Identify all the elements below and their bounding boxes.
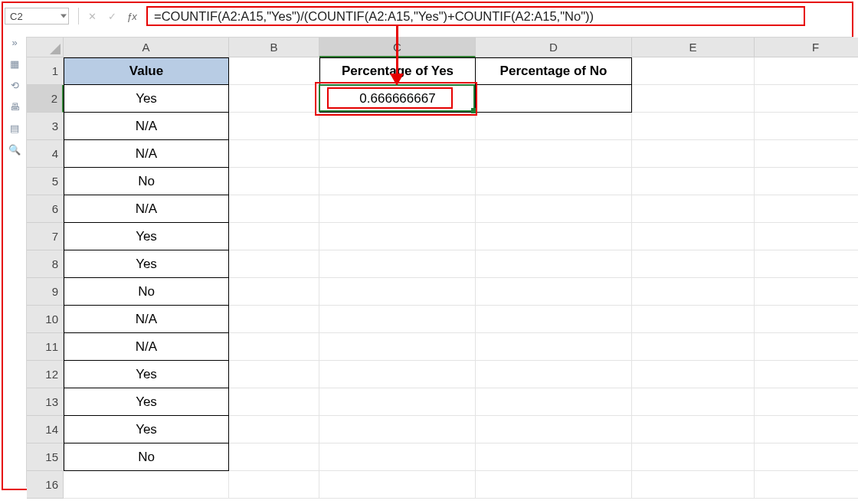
cell-A11[interactable]: N/A	[64, 333, 229, 361]
cell-F12[interactable]	[755, 361, 858, 388]
cell-E10[interactable]	[632, 306, 755, 333]
cell-D4[interactable]	[476, 140, 632, 168]
cell-B14[interactable]	[229, 416, 319, 443]
cell-F3[interactable]	[755, 113, 858, 140]
column-header-A[interactable]: A	[64, 38, 229, 57]
cell-E16[interactable]	[632, 471, 755, 499]
cell-F10[interactable]	[755, 306, 858, 333]
cell-F15[interactable]	[755, 443, 858, 471]
column-header-E[interactable]: E	[632, 38, 755, 57]
grid-icon[interactable]: ▦	[8, 58, 21, 69]
row-header-15[interactable]: 15	[27, 443, 64, 471]
cell-E3[interactable]	[632, 113, 755, 140]
column-header-B[interactable]: B	[229, 38, 319, 57]
cell-E1[interactable]	[632, 57, 755, 85]
cell-D11[interactable]	[476, 333, 632, 361]
cell-E9[interactable]	[632, 278, 755, 306]
header-value[interactable]: Value	[64, 57, 229, 85]
cell-F16[interactable]	[755, 471, 858, 499]
cell-D10[interactable]	[476, 306, 632, 333]
cell-A4[interactable]: N/A	[64, 140, 229, 168]
cell-D13[interactable]	[476, 388, 632, 416]
cell-E12[interactable]	[632, 361, 755, 388]
cell-E7[interactable]	[632, 223, 755, 250]
rows-icon[interactable]: ▤	[8, 123, 21, 133]
cell-B8[interactable]	[229, 250, 319, 278]
cell-A15[interactable]: No	[64, 443, 229, 471]
print-icon[interactable]: 🖶	[8, 101, 21, 112]
cell-C15[interactable]	[319, 443, 476, 471]
cell-C5[interactable]	[319, 168, 476, 195]
cell-D6[interactable]	[476, 195, 632, 223]
column-header-C[interactable]: C	[319, 38, 476, 57]
cell-B10[interactable]	[229, 306, 319, 333]
cell-B16[interactable]	[229, 471, 319, 499]
cell-D9[interactable]	[476, 278, 632, 306]
cell-B1[interactable]	[229, 57, 319, 85]
cell-B3[interactable]	[229, 113, 319, 140]
cell-E14[interactable]	[632, 416, 755, 443]
cell-D15[interactable]	[476, 443, 632, 471]
cell-F1[interactable]	[755, 57, 858, 85]
name-box[interactable]: C2	[5, 8, 69, 25]
cell-D5[interactable]	[476, 168, 632, 195]
cell-A2[interactable]: Yes	[64, 85, 229, 113]
row-header-4[interactable]: 4	[27, 140, 64, 168]
row-header-16[interactable]: 16	[27, 471, 64, 499]
cell-B13[interactable]	[229, 388, 319, 416]
cell-D2[interactable]	[476, 85, 632, 113]
find-icon[interactable]: 🔍	[8, 144, 21, 155]
cell-D16[interactable]	[476, 471, 632, 499]
column-header-D[interactable]: D	[476, 38, 632, 57]
cell-F6[interactable]	[755, 195, 858, 223]
cell-F9[interactable]	[755, 278, 858, 306]
cell-B12[interactable]	[229, 361, 319, 388]
cell-A9[interactable]: No	[64, 278, 229, 306]
cell-D12[interactable]	[476, 361, 632, 388]
row-header-6[interactable]: 6	[27, 195, 64, 223]
row-header-13[interactable]: 13	[27, 388, 64, 416]
spreadsheet-grid[interactable]: ABCDEF12345678910111213141516ValueYesN/A…	[26, 37, 853, 487]
cell-C10[interactable]	[319, 306, 476, 333]
cell-A14[interactable]: Yes	[64, 416, 229, 443]
row-header-14[interactable]: 14	[27, 416, 64, 443]
cell-D14[interactable]	[476, 416, 632, 443]
cell-C13[interactable]	[319, 388, 476, 416]
cell-E15[interactable]	[632, 443, 755, 471]
expand-pane-icon[interactable]: »	[8, 37, 21, 47]
cell-C4[interactable]	[319, 140, 476, 168]
cell-F2[interactable]	[755, 85, 858, 113]
cell-C12[interactable]	[319, 361, 476, 388]
confirm-icon[interactable]: ✓	[106, 11, 117, 22]
cell-F5[interactable]	[755, 168, 858, 195]
row-header-1[interactable]: 1	[27, 57, 64, 85]
cell-B9[interactable]	[229, 278, 319, 306]
cell-A5[interactable]: No	[64, 168, 229, 195]
cancel-icon[interactable]: ✕	[87, 11, 97, 22]
cell-E5[interactable]	[632, 168, 755, 195]
row-header-11[interactable]: 11	[27, 333, 64, 361]
cell-D8[interactable]	[476, 250, 632, 278]
cell-E4[interactable]	[632, 140, 755, 168]
header-percentage-no[interactable]: Percentage of No	[476, 57, 632, 85]
cell-F4[interactable]	[755, 140, 858, 168]
cell-F11[interactable]	[755, 333, 858, 361]
select-all-button[interactable]	[27, 38, 64, 57]
cell-C11[interactable]	[319, 333, 476, 361]
cell-A16[interactable]	[64, 471, 229, 499]
cell-A12[interactable]: Yes	[64, 361, 229, 388]
cell-C16[interactable]	[319, 471, 476, 499]
cell-B5[interactable]	[229, 168, 319, 195]
cell-E6[interactable]	[632, 195, 755, 223]
cell-B2[interactable]	[229, 85, 319, 113]
cell-A10[interactable]: N/A	[64, 306, 229, 333]
cell-D7[interactable]	[476, 223, 632, 250]
formula-input[interactable]: =COUNTIF(A2:A15,"Yes")/(COUNTIF(A2:A15,"…	[154, 9, 594, 24]
history-icon[interactable]: ⟲	[8, 80, 21, 90]
column-header-F[interactable]: F	[755, 38, 858, 57]
cell-E8[interactable]	[632, 250, 755, 278]
cell-B6[interactable]	[229, 195, 319, 223]
cell-B15[interactable]	[229, 443, 319, 471]
cell-E11[interactable]	[632, 333, 755, 361]
cell-F8[interactable]	[755, 250, 858, 278]
